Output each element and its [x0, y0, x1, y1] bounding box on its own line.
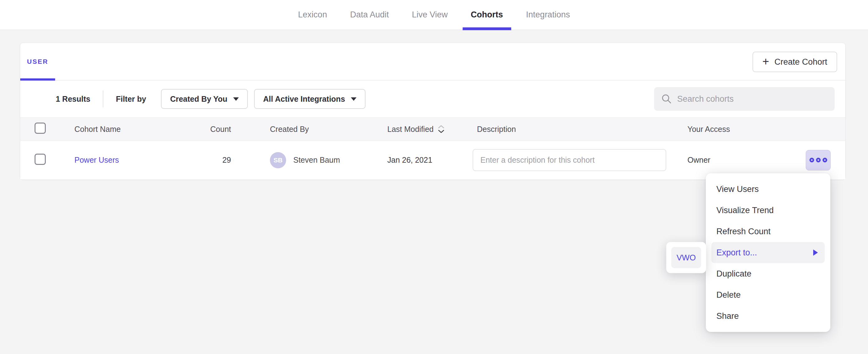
menu-item-label: View Users	[716, 185, 759, 194]
submenu-arrow-icon	[813, 250, 818, 256]
nav-item-label: Live View	[412, 10, 448, 20]
header-created-by: Created By	[231, 125, 387, 134]
header-description: Description	[473, 125, 687, 134]
create-cohort-button[interactable]: + Create Cohort	[752, 52, 837, 72]
header-count: Count	[208, 125, 231, 134]
menu-item-label: Share	[716, 311, 739, 321]
row-checkbox[interactable]	[35, 154, 46, 165]
more-icon	[809, 158, 814, 162]
cohort-name-cell: Power Users	[74, 156, 208, 165]
nav-item-label: Cohorts	[471, 10, 503, 20]
create-cohort-label: Create Cohort	[774, 57, 827, 67]
table-header-row: Cohort Name Count Created By Last Modifi…	[20, 117, 845, 141]
top-nav: Lexicon Data Audit Live View Cohorts Int…	[0, 0, 868, 30]
header-your-access: Your Access	[687, 125, 806, 134]
cohort-name-link[interactable]: Power Users	[74, 156, 119, 164]
header-checkbox-cell	[20, 123, 74, 136]
menu-item-label: Duplicate	[716, 269, 751, 279]
nav-item-live-view[interactable]: Live View	[404, 0, 456, 30]
select-all-checkbox[interactable]	[35, 123, 46, 134]
created-by-name: Steven Baum	[293, 156, 340, 165]
search-cohorts-box	[654, 87, 835, 111]
search-input[interactable]	[677, 94, 828, 104]
menu-item-view-users[interactable]: View Users	[706, 179, 830, 200]
plus-icon: +	[763, 56, 769, 67]
header-last-modified[interactable]: Last Modified	[387, 124, 473, 134]
menu-item-label: Export to...	[716, 248, 757, 258]
filter-by-label: Filter by	[116, 95, 146, 104]
nav-item-cohorts[interactable]: Cohorts	[463, 0, 511, 30]
header-last-modified-label: Last Modified	[387, 125, 434, 134]
header-cohort-name: Cohort Name	[74, 125, 208, 134]
description-cell	[473, 149, 687, 171]
more-icon	[816, 158, 821, 162]
menu-item-duplicate[interactable]: Duplicate	[706, 263, 830, 284]
panel-tabbar: USER + Create Cohort	[20, 43, 845, 81]
results-count: 1 Results	[56, 95, 90, 104]
cohort-count: 29	[208, 156, 231, 165]
menu-item-export-to[interactable]: Export to...	[711, 242, 825, 263]
description-input[interactable]	[473, 149, 666, 171]
your-access-cell: Owner	[687, 156, 806, 165]
nav-item-lexicon[interactable]: Lexicon	[290, 0, 335, 30]
submenu-item-label: VWO	[677, 253, 696, 262]
menu-item-visualize-trend[interactable]: Visualize Trend	[706, 200, 830, 221]
created-by-cell: SB Steven Baum	[231, 152, 387, 168]
row-more-actions-button[interactable]	[806, 150, 831, 170]
nav-item-label: Integrations	[526, 10, 570, 20]
avatar: SB	[270, 152, 286, 168]
menu-item-share[interactable]: Share	[706, 305, 830, 327]
created-by-filter-dropdown[interactable]: Created By You	[161, 89, 248, 109]
menu-item-delete[interactable]: Delete	[706, 284, 830, 305]
sort-icon	[438, 124, 444, 134]
integrations-filter-dropdown[interactable]: All Active Integrations	[254, 89, 366, 109]
cohorts-panel: USER + Create Cohort 1 Results Filter by…	[20, 43, 845, 180]
menu-item-label: Delete	[716, 290, 741, 300]
nav-tabs: Lexicon Data Audit Live View Cohorts Int…	[290, 0, 578, 30]
search-icon	[661, 94, 672, 104]
last-modified-cell: Jan 26, 2021	[387, 156, 473, 165]
cohorts-screen: Lexicon Data Audit Live View Cohorts Int…	[0, 0, 868, 354]
row-actions-cell	[806, 150, 845, 170]
created-by-filter-label: Created By You	[170, 95, 227, 104]
nav-item-integrations[interactable]: Integrations	[518, 0, 578, 30]
chevron-down-icon	[233, 97, 239, 101]
menu-item-refresh-count[interactable]: Refresh Count	[706, 221, 830, 242]
menu-item-label: Visualize Trend	[716, 205, 774, 215]
integrations-filter-label: All Active Integrations	[263, 95, 345, 104]
row-context-menu: View Users Visualize Trend Refresh Count…	[706, 173, 830, 332]
more-icon	[823, 158, 827, 162]
filter-bar: 1 Results Filter by Created By You All A…	[20, 81, 845, 117]
nav-item-label: Data Audit	[350, 10, 389, 20]
tab-user[interactable]: USER	[20, 43, 55, 80]
nav-item-label: Lexicon	[298, 10, 327, 20]
submenu-item-vwo[interactable]: VWO	[671, 247, 701, 268]
nav-item-data-audit[interactable]: Data Audit	[342, 0, 397, 30]
divider	[103, 91, 103, 107]
row-checkbox-cell	[20, 154, 74, 167]
chevron-down-icon	[351, 97, 356, 101]
tab-user-label: USER	[27, 58, 49, 65]
export-submenu: VWO	[666, 242, 706, 273]
menu-item-label: Refresh Count	[716, 227, 771, 236]
